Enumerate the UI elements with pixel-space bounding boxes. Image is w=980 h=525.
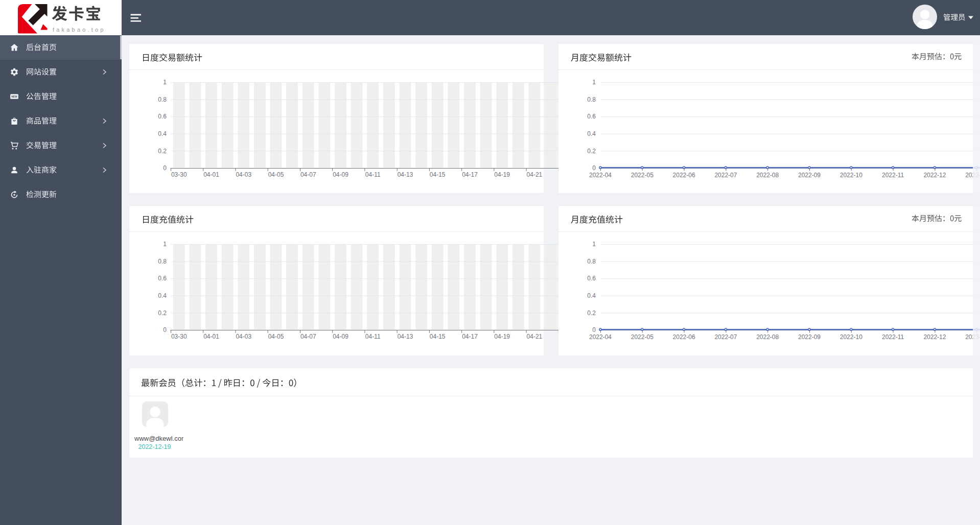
svg-text:0.4: 0.4 [587,130,596,137]
svg-text:1: 1 [163,241,167,248]
svg-text:0.2: 0.2 [587,309,596,317]
svg-text:0: 0 [163,164,167,172]
svg-text:04-17: 04-17 [462,333,478,340]
svg-text:0: 0 [592,164,596,172]
svg-text:04-07: 04-07 [300,333,316,340]
svg-text:2022-06: 2022-06 [673,333,695,341]
svg-text:0.2: 0.2 [587,148,596,155]
svg-text:04-21: 04-21 [527,171,543,178]
svg-text:1: 1 [592,241,596,248]
svg-text:0.6: 0.6 [158,113,167,120]
svg-text:1: 1 [163,79,167,86]
svg-text:04-05: 04-05 [268,333,284,340]
svg-text:2022-12: 2022-12 [923,172,946,179]
svg-text:2022-11: 2022-11 [882,333,904,341]
svg-text:04-03: 04-03 [236,333,251,340]
svg-text:0.8: 0.8 [158,96,167,103]
svg-text:2022-08: 2022-08 [756,172,779,179]
svg-text:0.8: 0.8 [158,258,167,265]
svg-text:04-17: 04-17 [462,171,478,178]
svg-text:04-09: 04-09 [333,171,348,178]
svg-text:03-30: 03-30 [171,171,187,178]
svg-text:04-21: 04-21 [527,333,543,340]
svg-text:04-09: 04-09 [333,333,348,340]
svg-text:0.4: 0.4 [158,292,167,299]
svg-text:04-19: 04-19 [494,333,510,340]
svg-text:0: 0 [163,326,167,333]
svg-text:0.6: 0.6 [587,275,596,282]
svg-text:0.6: 0.6 [587,113,596,120]
svg-text:04-11: 04-11 [365,171,381,178]
svg-text:2022-10: 2022-10 [840,333,862,341]
svg-text:04-01: 04-01 [203,333,219,340]
svg-text:0.6: 0.6 [158,275,167,282]
svg-text:04-15: 04-15 [430,171,446,178]
svg-text:2022-10: 2022-10 [840,172,862,179]
svg-text:0.4: 0.4 [587,292,596,299]
svg-text:NEW: NEW [11,96,17,98]
svg-text:04-15: 04-15 [430,333,446,340]
svg-text:2022-07: 2022-07 [714,172,737,179]
svg-text:04-13: 04-13 [398,171,413,178]
svg-text:2022-04: 2022-04 [589,333,612,341]
svg-text:04-13: 04-13 [398,333,413,340]
svg-text:2022-12: 2022-12 [923,333,946,341]
svg-text:03-30: 03-30 [171,333,187,340]
svg-text:0.4: 0.4 [158,130,167,137]
svg-text:04-07: 04-07 [300,171,316,178]
svg-text:0.8: 0.8 [587,96,596,103]
svg-text:04-01: 04-01 [203,171,219,178]
svg-text:2022-06: 2022-06 [673,172,695,179]
svg-text:2022-05: 2022-05 [631,333,654,341]
svg-text:04-03: 04-03 [236,171,251,178]
svg-text:2022-09: 2022-09 [798,172,821,179]
svg-text:1: 1 [592,79,596,86]
svg-text:0.2: 0.2 [158,309,167,317]
svg-text:2022-09: 2022-09 [798,333,821,341]
svg-text:0.8: 0.8 [587,258,596,265]
svg-text:0.2: 0.2 [158,148,167,155]
svg-text:04-05: 04-05 [268,171,284,178]
svg-text:2022-05: 2022-05 [631,172,654,179]
svg-text:2022-08: 2022-08 [756,333,779,341]
svg-text:0: 0 [592,326,596,333]
svg-text:04-11: 04-11 [365,333,381,340]
svg-text:2022-07: 2022-07 [714,333,737,341]
svg-text:2022-04: 2022-04 [589,172,612,179]
svg-text:04-19: 04-19 [494,171,510,178]
svg-text:2022-11: 2022-11 [882,172,904,179]
